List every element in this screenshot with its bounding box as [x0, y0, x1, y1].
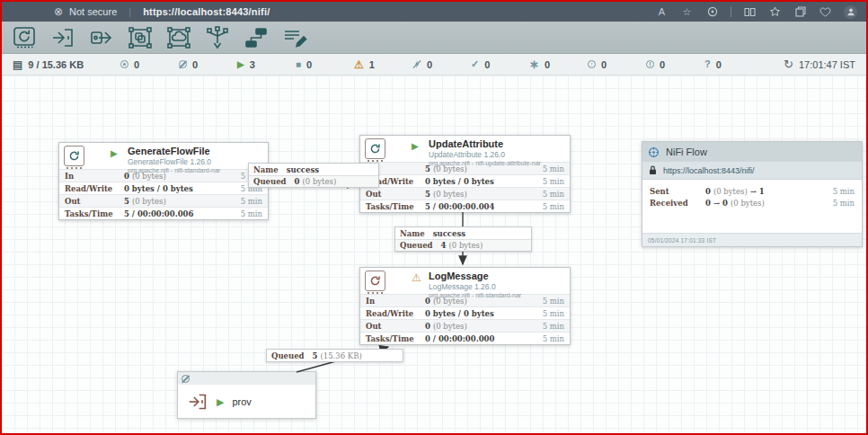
remote-group-received-row: Received 0→0(0 bytes) 5 min — [642, 197, 862, 209]
template-icon[interactable] — [239, 24, 273, 51]
remote-process-group-icon — [648, 146, 660, 158]
funnel-icon[interactable] — [200, 24, 235, 51]
processor-name: LogMessage — [429, 271, 521, 281]
connection-queued-count: 4 — [441, 241, 447, 250]
extensions-icon[interactable] — [705, 5, 719, 19]
processor-updateattribute[interactable]: ▶ UpdateAttribute UpdateAttribute 1.26.0… — [359, 135, 571, 213]
connection-name-value: success — [433, 229, 465, 238]
stat-label: Out — [366, 322, 425, 331]
connection-queued-count: 0 — [295, 177, 300, 186]
processor-header: ⚠ LogMessage LogMessage 1.26.0 org.apach… — [360, 268, 570, 294]
share-icon[interactable] — [819, 5, 832, 19]
connection-queued-size: (0 bytes) — [448, 241, 483, 250]
stat-label: Tasks/Time — [65, 209, 124, 218]
invalid-icon: ⚠ — [412, 271, 421, 284]
status-sync-failure: ? 0 — [704, 59, 763, 70]
remote-not-transmitting-icon — [179, 60, 187, 68]
count: 0 — [134, 59, 139, 70]
count: 0 — [306, 59, 312, 70]
stat-label: Read/Write — [65, 184, 124, 193]
processor-header: ▶ UpdateAttribute UpdateAttribute 1.26.0… — [360, 136, 570, 162]
count: 0 — [716, 59, 722, 70]
processor-icon — [64, 146, 84, 166]
count: 0 — [484, 59, 490, 70]
queued-count: 9 / 15.36 KB — [28, 59, 84, 70]
count: 0 — [660, 59, 665, 70]
bookmark-star-icon[interactable]: ☆ — [680, 5, 694, 19]
connection-name-key: Name — [400, 229, 425, 238]
connection-label-success-1[interactable]: Name success Queued 0 (0 bytes) — [248, 163, 379, 188]
connection-label-success-2[interactable]: Name success Queued 4 (0 bytes) — [394, 226, 532, 252]
count: 0 — [192, 59, 198, 70]
connection-lines — [2, 75, 866, 433]
stat-label: Read/Write — [366, 309, 425, 318]
processor-bundle: org.apache.nifi - nifi-standard-nar — [429, 292, 521, 298]
toolbar-divider — [731, 6, 731, 17]
locally-modified-stale-icon: ! — [646, 60, 654, 68]
reading-list-icon[interactable] — [743, 5, 757, 19]
port-name: prov — [232, 396, 251, 407]
processor-generateflowfile[interactable]: ▶ GenerateFlowFile GenerateFlowFile 1.26… — [58, 142, 269, 220]
processor-logmessage[interactable]: ⚠ LogMessage LogMessage 1.26.0 org.apach… — [359, 267, 571, 345]
processor-type-version: GenerateFlowFile 1.26.0 — [128, 157, 220, 166]
profile-avatar[interactable] — [844, 5, 857, 19]
remote-process-group-icon[interactable] — [162, 24, 196, 51]
stat-window: 5 min — [833, 187, 855, 196]
locally-modified-icon: ∗ — [529, 58, 539, 70]
browser-address-bar: ⊗ Not secure | https://localhost:8443/ni… — [2, 2, 866, 22]
last-refresh-time: 17:01:47 IST — [799, 59, 855, 70]
status-locally-modified-stale: ! 0 — [646, 59, 704, 70]
not-transmitting-icon — [182, 375, 190, 383]
stat-window: 5 min — [543, 297, 564, 306]
stat-window: 5 min — [241, 197, 262, 206]
running-icon: ▶ — [111, 148, 118, 158]
lock-icon — [649, 165, 657, 175]
stat-row-readwrite: Read/Write 0 bytes / 0 bytes 5 min — [360, 306, 570, 319]
up-to-date-icon: ✓ — [471, 59, 479, 69]
processor-bundle: org.apache.nifi - nifi-update-attribute-… — [429, 160, 541, 166]
status-running: ▶ 3 — [237, 59, 296, 70]
sync-failure-icon: ? — [704, 59, 711, 69]
stat-row-tasks: Tasks/Time 5 / 00:00:00.006 5 min — [59, 207, 268, 219]
stat-window: 5 min — [543, 190, 564, 199]
running-icon: ▶ — [412, 141, 419, 151]
input-port-icon[interactable] — [46, 24, 80, 51]
process-group-icon[interactable] — [123, 24, 157, 51]
count: 0 — [601, 59, 607, 70]
sent-label: Sent — [650, 187, 705, 196]
collections-icon[interactable] — [793, 5, 807, 19]
connection-queued-key: Queued — [400, 241, 433, 250]
favorites-bar-icon[interactable] — [768, 5, 782, 19]
text-scale-icon[interactable]: A — [655, 5, 669, 19]
refresh-icon[interactable]: ↻ — [784, 58, 793, 70]
status-disabled: 0 — [412, 59, 471, 70]
stat-window: 5 min — [241, 209, 262, 218]
processor-icon[interactable] — [7, 24, 41, 51]
stat-window: 5 min — [543, 322, 564, 331]
connection-queued-count: 5 — [313, 351, 318, 360]
stat-row-readwrite: Read/Write 0 bytes / 0 bytes 5 min — [360, 174, 570, 187]
label-icon[interactable] — [278, 24, 312, 51]
remote-group-sent-row: Sent 0(0 bytes)→1 5 min — [642, 185, 862, 197]
flow-canvas[interactable]: ▶ GenerateFlowFile GenerateFlowFile 1.26… — [2, 75, 866, 433]
input-port-prov[interactable]: ▶ prov — [177, 371, 316, 419]
processor-type-version: LogMessage 1.26.0 — [429, 282, 521, 291]
stat-label: In — [65, 172, 124, 181]
running-icon: ▶ — [217, 397, 224, 407]
status-stopped: ■ 0 — [296, 59, 354, 70]
security-badge[interactable]: Not secure — [69, 6, 117, 17]
processor-icon — [365, 138, 385, 159]
not-secure-icon[interactable]: ⊗ — [54, 5, 63, 18]
count: 1 — [369, 59, 375, 70]
stat-window: 5 min — [833, 199, 855, 208]
output-port-icon[interactable] — [84, 24, 119, 51]
url-text[interactable]: https://localhost:8443/nifi/ — [143, 6, 270, 17]
connection-queued-size: (15.36 KB) — [320, 351, 361, 360]
stat-row-out: Out 5(0 bytes) 5 min — [360, 187, 570, 200]
stat-window: 5 min — [543, 177, 564, 186]
connection-queued-key: Queued — [271, 351, 305, 360]
running-icon: ▶ — [237, 60, 244, 69]
remote-process-group-nifi-flow[interactable]: NiFi Flow https://localhost:8443/nifi/ S… — [642, 141, 863, 247]
connection-label-queued[interactable]: Queued 5 (15.36 KB) — [266, 349, 403, 362]
processor-name: UpdateAttribute — [429, 138, 541, 149]
